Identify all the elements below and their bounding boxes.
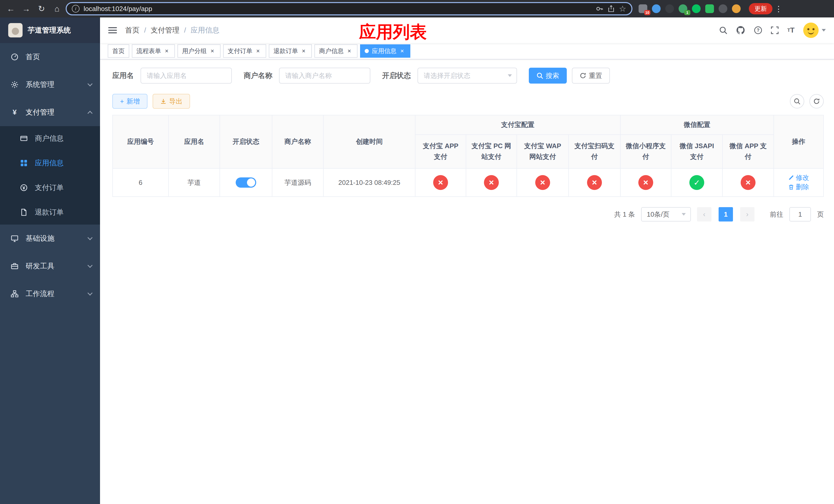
bookmark-star-icon[interactable]: ☆ xyxy=(619,4,626,14)
tab-close-icon[interactable] xyxy=(209,47,216,54)
dashboard-icon xyxy=(10,53,19,61)
col-header-alipay-pc: 支付宝 PC 网站支付 xyxy=(466,135,517,168)
sidebar-item-dev-tools[interactable]: 研发工具 xyxy=(0,252,100,280)
page-number-1[interactable]: 1 xyxy=(719,207,733,222)
extensions-puzzle-icon[interactable]: 10 xyxy=(639,4,647,13)
browser-update-button[interactable]: 更新 xyxy=(749,3,772,14)
sidebar-item-home[interactable]: 首页 xyxy=(0,43,100,71)
tab-home[interactable]: 首页 xyxy=(108,44,129,58)
extension-icon-pin[interactable] xyxy=(719,4,727,13)
fullscreen-icon[interactable] xyxy=(771,26,778,34)
tab-close-icon[interactable] xyxy=(255,47,262,54)
col-header-wechat-app: 微信 APP 支付 xyxy=(722,135,774,168)
tab-pay-orders[interactable]: 支付订单 xyxy=(223,44,266,58)
sidebar-item-label: 应用信息 xyxy=(35,158,64,168)
tab-close-icon[interactable] xyxy=(398,47,406,54)
search-icon[interactable] xyxy=(719,26,727,35)
sidebar-logo[interactable]: 芋道管理系统 xyxy=(0,18,100,43)
merchant-name-input[interactable] xyxy=(279,68,370,84)
plus-icon: + xyxy=(120,97,124,105)
tab-app-info-active[interactable]: 应用信息 xyxy=(360,44,410,58)
address-bar[interactable]: i localhost:1024/pay/app ☆ xyxy=(66,2,632,15)
col-header-wechat-jsapi: 微信 JSAPI 支付 xyxy=(671,135,722,168)
status-select[interactable] xyxy=(418,68,517,84)
font-size-icon[interactable]: TT xyxy=(787,26,794,35)
sidebar-item-app-info[interactable]: 应用信息 xyxy=(0,151,100,175)
next-page-button[interactable]: › xyxy=(740,207,754,222)
sidebar-item-pay-orders[interactable]: 支付订单 xyxy=(0,175,100,200)
browser-reload-icon[interactable]: ↻ xyxy=(35,2,48,15)
tab-close-icon[interactable] xyxy=(163,47,170,54)
toggle-search-button[interactable] xyxy=(790,94,804,109)
export-button[interactable]: 导出 xyxy=(153,94,190,109)
sidebar-item-workflow[interactable]: 工作流程 xyxy=(0,280,100,307)
breadcrumb-separator: / xyxy=(184,26,186,35)
browser-forward-icon[interactable]: → xyxy=(20,2,33,15)
tab-refund-orders[interactable]: 退款订单 xyxy=(269,44,312,58)
tab-label: 首页 xyxy=(112,47,125,55)
tab-user-group[interactable]: 用户分组 xyxy=(177,44,221,58)
sidebar-toggle-icon[interactable] xyxy=(108,26,117,35)
extension-icon-blue[interactable] xyxy=(652,4,661,13)
extension-badge-green: 1 xyxy=(684,10,690,15)
breadcrumb-separator: / xyxy=(144,26,146,35)
group-header-wechat: 微信配置 xyxy=(620,115,774,135)
group-header-alipay: 支付宝配置 xyxy=(415,115,620,135)
delete-link[interactable]: 删除 xyxy=(788,183,809,191)
col-header-wechat-lite: 微信小程序支付 xyxy=(620,135,671,168)
wechat-jsapi-status-icon xyxy=(689,175,704,190)
app-name-input[interactable] xyxy=(140,68,232,84)
extension-icon-wechat[interactable] xyxy=(692,4,701,13)
refresh-table-button[interactable] xyxy=(809,94,824,109)
browser-back-icon[interactable]: ← xyxy=(4,2,18,15)
coin-icon xyxy=(20,184,28,191)
page-size-select[interactable]: 10条/页 xyxy=(641,207,691,222)
github-icon[interactable] xyxy=(736,26,745,35)
payment-submenu: 商户信息 应用信息 支付订单 xyxy=(0,126,100,225)
extension-icon-dark[interactable] xyxy=(665,4,674,13)
user-menu[interactable] xyxy=(803,23,826,38)
col-header-alipay-wap: 支付宝 WAP 网站支付 xyxy=(517,135,569,168)
browser-profile-avatar[interactable] xyxy=(732,4,741,13)
status-switch[interactable] xyxy=(236,177,256,188)
search-button[interactable]: 搜索 xyxy=(529,68,567,84)
goto-label: 前往 xyxy=(770,210,783,219)
wechat-lite-status-icon xyxy=(638,175,653,190)
tab-merchant-info[interactable]: 商户信息 xyxy=(314,44,357,58)
url-text[interactable]: localhost:1024/pay/app xyxy=(84,5,592,13)
edit-icon xyxy=(788,175,794,181)
breadcrumb-item[interactable]: 首页 xyxy=(125,25,139,35)
site-info-icon[interactable]: i xyxy=(72,5,80,13)
sidebar-item-system[interactable]: 系统管理 xyxy=(0,71,100,98)
browser-home-icon[interactable]: ⌂ xyxy=(50,2,64,15)
prev-page-button[interactable]: ‹ xyxy=(697,207,711,222)
extension-icon-leaf[interactable]: 1 xyxy=(679,4,687,13)
cell-name: 芋道 xyxy=(169,168,220,197)
extension-icon-green-square[interactable] xyxy=(705,4,714,13)
filter-form: 应用名 商户名称 开启状态 xyxy=(112,68,824,84)
tab-close-icon[interactable] xyxy=(300,47,307,54)
add-button[interactable]: + 新增 xyxy=(112,94,148,109)
goto-page-input[interactable] xyxy=(789,207,811,222)
tab-close-icon[interactable] xyxy=(346,47,353,54)
tab-process-form[interactable]: 流程表单 xyxy=(132,44,175,58)
sidebar-item-infrastructure[interactable]: 基础设施 xyxy=(0,225,100,252)
status-label: 开启状态 xyxy=(382,71,411,81)
sidebar-item-payment[interactable]: ¥ 支付管理 xyxy=(0,98,100,126)
edit-link[interactable]: 修改 xyxy=(788,173,809,182)
help-icon[interactable]: ? xyxy=(754,26,762,35)
sidebar-item-merchant-info[interactable]: 商户信息 xyxy=(0,126,100,151)
browser-menu-icon[interactable]: ⋮ xyxy=(774,4,783,13)
col-header-created: 创建时间 xyxy=(323,115,415,168)
key-icon[interactable] xyxy=(596,5,603,13)
share-icon[interactable] xyxy=(608,5,615,12)
alipay-wap-status-icon xyxy=(535,175,550,190)
sidebar-item-label: 支付管理 xyxy=(26,108,54,117)
sidebar-item-refund-orders[interactable]: 退款订单 xyxy=(0,200,100,225)
reset-button[interactable]: 重置 xyxy=(572,68,610,84)
total-count: 共 1 条 xyxy=(614,210,635,219)
tab-label: 应用信息 xyxy=(372,47,396,55)
card-icon xyxy=(20,135,28,142)
sidebar-item-label: 退款订单 xyxy=(35,207,64,217)
breadcrumb-item[interactable]: 支付管理 xyxy=(151,25,179,35)
